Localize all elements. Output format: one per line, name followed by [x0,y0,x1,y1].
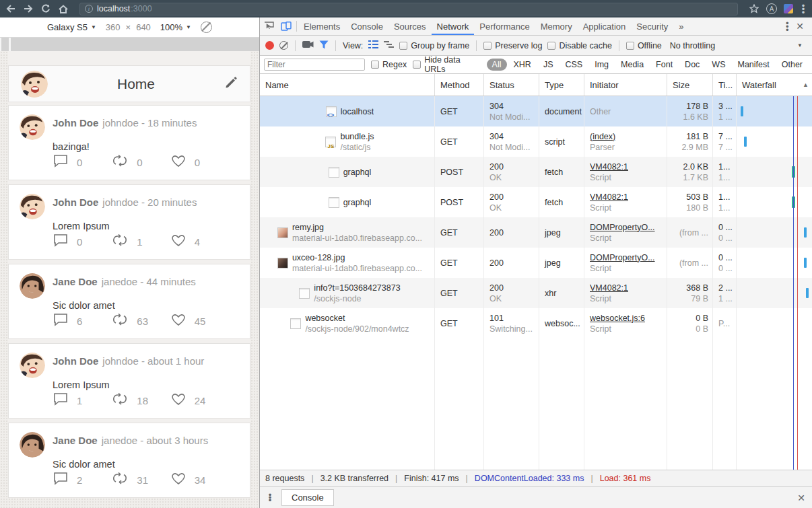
view-overview-icon[interactable] [384,40,394,50]
initiator-link[interactable]: VM4082:1 [590,192,667,203]
initiator-link[interactable]: VM4082:1 [590,161,667,172]
browser-menu-icon[interactable]: ••• [800,4,807,14]
filter-pill-css[interactable]: CSS [560,59,588,71]
checkbox[interactable] [413,61,421,69]
column-header-status[interactable]: Status [484,74,539,96]
filter-pill-doc[interactable]: Doc [679,59,705,71]
comment-button[interactable]: 2 [53,472,112,488]
devtools-menu-icon[interactable]: ••• [784,22,790,32]
tweet-card[interactable]: Jane Doejanedoe - about 3 hoursSic dolor… [8,423,250,498]
tab-elements[interactable]: Elements [298,17,345,35]
filter-pill-other[interactable]: Other [776,59,808,71]
table-row[interactable]: info?t=1503684273873/sockjs-nodeGET200OK… [260,278,812,308]
filter-pill-xhr[interactable]: XHR [508,59,537,71]
group-by-frame-checkbox[interactable]: Group by frame [399,41,469,50]
column-header-initiator[interactable]: Initiator [584,74,667,96]
initiator-link[interactable]: DOMPropertyO... [590,252,667,263]
tab-memory[interactable]: Memory [535,17,578,35]
table-row[interactable]: remy.jpgmaterial-ui-1dab0.firebaseapp.co… [260,217,812,248]
device-dimensions[interactable]: 360 × 640 [106,22,151,32]
inspect-element-icon[interactable] [260,17,277,35]
extension-icon[interactable] [784,4,793,13]
device-select[interactable]: Galaxy S5 ▼ [47,22,96,32]
screenshot-camera-icon[interactable] [302,40,314,50]
clear-icon[interactable] [279,41,288,50]
header-avatar[interactable] [21,71,48,98]
filter-pill-ws[interactable]: WS [706,59,731,71]
tab-sources[interactable]: Sources [388,17,432,35]
reload-icon[interactable] [40,3,51,14]
table-row[interactable]: bundle.js/static/jsGET304Not Modi...scri… [260,126,812,157]
checkbox[interactable] [399,42,407,50]
like-button[interactable]: 24 [171,392,230,408]
column-header-ti[interactable]: Ti... [713,74,737,96]
retweet-button[interactable]: 31 [112,472,170,488]
tweet-card[interactable]: John Doejohndoe - 18 minutesbazinga!000 [8,105,250,180]
like-button[interactable]: 34 [171,472,230,488]
throttling-caret-icon[interactable]: ▼ [797,42,803,48]
toggle-device-toolbar-icon[interactable] [277,17,295,35]
comment-button[interactable]: 6 [53,313,112,329]
retweet-button[interactable]: 63 [112,313,170,329]
table-row[interactable]: graphqlPOST200OKfetchVM4082:1Script503 B… [260,187,812,217]
tab-console[interactable]: Console [345,17,388,35]
comment-button[interactable]: 0 [53,154,112,170]
column-header-name[interactable]: Name [260,74,435,96]
forward-icon[interactable] [23,3,34,14]
tweet-card[interactable]: John Doejohndoe - about 1 hourLorem Ipsu… [8,343,250,419]
column-header-type[interactable]: Type [539,74,584,96]
devtools-close-icon[interactable]: ✕ [793,21,807,32]
like-button[interactable]: 45 [171,313,230,329]
hide-data-urls-checkbox[interactable]: Hide data URLs [413,55,480,74]
media-query-strip[interactable] [0,38,259,51]
filter-pill-js[interactable]: JS [538,59,559,71]
checkbox[interactable] [626,42,634,50]
checkbox[interactable] [371,61,379,69]
filter-pill-img[interactable]: Img [589,59,614,71]
record-button[interactable] [265,41,274,50]
table-row[interactable]: graphqlPOST200OKfetchVM4082:1Script2.0 K… [260,157,812,187]
retweet-button[interactable]: 1 [112,233,170,250]
back-icon[interactable] [5,3,16,14]
filter-funnel-icon[interactable] [319,40,329,51]
drawer-menu-icon[interactable]: ••• [264,494,276,502]
comment-button[interactable]: 0 [53,233,112,250]
initiator-link[interactable]: (index) [590,131,667,142]
table-row[interactable]: localhostGET304Not Modi...documentOther1… [260,96,812,126]
filter-pill-manifest[interactable]: Manifest [732,59,774,71]
tab-application[interactable]: Application [578,17,632,35]
bookmark-star-icon[interactable] [749,3,759,14]
profile-avatar-icon[interactable]: A [766,3,777,14]
column-header-method[interactable]: Method [435,74,484,96]
disable-cache-checkbox[interactable]: Disable cache [547,41,612,50]
tab-performance[interactable]: Performance [474,17,535,35]
filter-pill-media[interactable]: Media [615,59,649,71]
retweet-button[interactable]: 18 [112,392,170,408]
drawer-close-icon[interactable]: ✕ [794,493,808,503]
initiator-link[interactable]: VM4082:1 [590,283,667,293]
checkbox[interactable] [483,42,492,50]
filter-pill-all[interactable]: All [487,59,507,71]
initiator-link[interactable]: DOMPropertyO... [590,222,667,233]
rotate-device-icon[interactable] [201,22,212,33]
filter-pill-font[interactable]: Font [650,59,678,71]
view-large-rows-icon[interactable] [368,40,378,50]
preserve-log-checkbox[interactable]: Preserve log [483,41,542,50]
like-button[interactable]: 4 [171,233,230,250]
regex-checkbox[interactable]: Regex [371,60,407,69]
filter-input[interactable] [264,59,365,71]
tab-security[interactable]: Security [631,17,673,35]
offline-checkbox[interactable]: Offline [626,41,662,50]
tab-network[interactable]: Network [432,17,475,35]
home-icon[interactable] [58,3,69,14]
page-info-icon[interactable]: i [85,5,93,13]
console-drawer-tab[interactable]: Console [281,489,334,506]
initiator-link[interactable]: websocket.js:6 [590,313,667,324]
column-header-size[interactable]: Size [667,74,713,96]
compose-pencil-icon[interactable] [224,76,238,92]
tweet-card[interactable]: Jane Doejanedoe - 44 minutesSic dolor am… [8,264,250,339]
like-button[interactable]: 0 [171,154,230,170]
comment-button[interactable]: 1 [53,392,112,408]
url-bar[interactable]: i localhost:3000 [79,3,738,15]
column-header-waterfall[interactable]: Waterfall▲ [737,74,812,96]
